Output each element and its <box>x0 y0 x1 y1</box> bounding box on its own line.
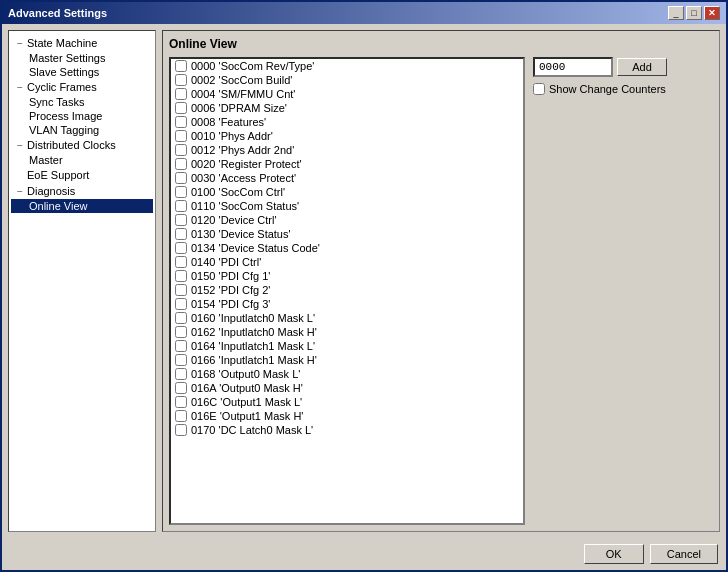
show-change-counters-checkbox[interactable] <box>533 83 545 95</box>
online-view-content: 0000 'SocCom Rev/Type'0002 'SocCom Build… <box>169 57 713 525</box>
checklist-checkbox[interactable] <box>175 256 187 268</box>
tree-item-diagnosis[interactable]: −Diagnosis <box>11 183 153 199</box>
checklist-item-label: 0150 'PDI Cfg 1' <box>191 270 270 282</box>
tree-item-slave-settings[interactable]: Slave Settings <box>11 65 153 79</box>
tree-item-label: Online View <box>29 200 88 212</box>
checklist-checkbox[interactable] <box>175 74 187 86</box>
checklist-item-label: 0010 'Phys Addr' <box>191 130 273 142</box>
checklist-checkbox[interactable] <box>175 60 187 72</box>
tree-expand-icon[interactable]: − <box>13 80 27 94</box>
checklist-item-label: 0110 'SocCom Status' <box>191 200 299 212</box>
checklist-checkbox[interactable] <box>175 242 187 254</box>
tree-item-online-view[interactable]: Online View <box>11 199 153 213</box>
checklist-item-label: 0162 'Inputlatch0 Mask H' <box>191 326 317 338</box>
checklist-checkbox[interactable] <box>175 102 187 114</box>
online-view-title: Online View <box>169 37 713 51</box>
checklist-checkbox[interactable] <box>175 354 187 366</box>
window-title: Advanced Settings <box>8 7 107 19</box>
hex-input[interactable] <box>533 57 613 77</box>
title-bar-buttons: _ □ ✕ <box>668 6 720 20</box>
add-button[interactable]: Add <box>617 58 667 76</box>
tree-item-master-settings[interactable]: Master Settings <box>11 51 153 65</box>
list-item: 0120 'Device Ctrl' <box>171 213 523 227</box>
tree-item-state-machine[interactable]: −State Machine <box>11 35 153 51</box>
checklist-checkbox[interactable] <box>175 130 187 142</box>
checklist-checkbox[interactable] <box>175 298 187 310</box>
tree-expand-icon[interactable]: − <box>13 36 27 50</box>
checklist-checkbox[interactable] <box>175 340 187 352</box>
checklist-item-label: 0134 'Device Status Code' <box>191 242 320 254</box>
tree-item-label: EoE Support <box>27 169 89 181</box>
checklist-item-label: 0166 'Inputlatch1 Mask H' <box>191 354 317 366</box>
checklist-checkbox[interactable] <box>175 200 187 212</box>
list-item: 0030 'Access Protect' <box>171 171 523 185</box>
checklist-item-label: 0008 'Features' <box>191 116 266 128</box>
list-item: 0160 'Inputlatch0 Mask L' <box>171 311 523 325</box>
list-item: 016A 'Output0 Mask H' <box>171 381 523 395</box>
list-item: 0164 'Inputlatch1 Mask L' <box>171 339 523 353</box>
checklist-checkbox[interactable] <box>175 186 187 198</box>
tree-item-sync-tasks[interactable]: Sync Tasks <box>11 95 153 109</box>
checklist-checkbox[interactable] <box>175 270 187 282</box>
tree-item-eoe-support[interactable]: EoE Support <box>11 167 153 183</box>
list-item: 0020 'Register Protect' <box>171 157 523 171</box>
tree-item-label: State Machine <box>27 37 97 49</box>
checklist-checkbox[interactable] <box>175 326 187 338</box>
checklist-item-label: 0154 'PDI Cfg 3' <box>191 298 270 310</box>
tree-expand-icon <box>13 168 27 182</box>
checklist-checkbox[interactable] <box>175 116 187 128</box>
title-bar: Advanced Settings _ □ ✕ <box>2 2 726 24</box>
tree-expand-icon[interactable]: − <box>13 184 27 198</box>
checklist-checkbox[interactable] <box>175 228 187 240</box>
show-change-counters-label: Show Change Counters <box>549 83 666 95</box>
checklist-item-label: 0000 'SocCom Rev/Type' <box>191 60 314 72</box>
tree-item-process-image[interactable]: Process Image <box>11 109 153 123</box>
list-item: 0100 'SocCom Ctrl' <box>171 185 523 199</box>
list-item: 016E 'Output1 Mask H' <box>171 409 523 423</box>
checklist-checkbox[interactable] <box>175 368 187 380</box>
checklist-checkbox[interactable] <box>175 158 187 170</box>
tree-item-master[interactable]: Master <box>11 153 153 167</box>
input-add-row: Add <box>533 57 713 77</box>
minimize-button[interactable]: _ <box>668 6 684 20</box>
tree-item-cyclic-frames[interactable]: −Cyclic Frames <box>11 79 153 95</box>
checklist-checkbox[interactable] <box>175 396 187 408</box>
checklist-checkbox[interactable] <box>175 88 187 100</box>
list-item: 0006 'DPRAM Size' <box>171 101 523 115</box>
checklist-checkbox[interactable] <box>175 214 187 226</box>
maximize-button[interactable]: □ <box>686 6 702 20</box>
show-change-counters-row: Show Change Counters <box>533 83 713 95</box>
checklist-item-label: 016C 'Output1 Mask L' <box>191 396 302 408</box>
checklist-item-label: 016E 'Output1 Mask H' <box>191 410 303 422</box>
close-button[interactable]: ✕ <box>704 6 720 20</box>
tree-item-label: Master <box>29 154 63 166</box>
list-item: 0140 'PDI Ctrl' <box>171 255 523 269</box>
checklist-item-label: 0152 'PDI Cfg 2' <box>191 284 270 296</box>
checklist-checkbox[interactable] <box>175 144 187 156</box>
checklist-item-label: 0170 'DC Latch0 Mask L' <box>191 424 313 436</box>
checklist-checkbox[interactable] <box>175 172 187 184</box>
content-area: −State MachineMaster SettingsSlave Setti… <box>2 24 726 538</box>
checklist-checkbox[interactable] <box>175 410 187 422</box>
checklist-item-label: 0100 'SocCom Ctrl' <box>191 186 285 198</box>
tree-item-distributed-clocks[interactable]: −Distributed Clocks <box>11 137 153 153</box>
cancel-button[interactable]: Cancel <box>650 544 718 564</box>
checklist-item-label: 0004 'SM/FMMU Cnt' <box>191 88 295 100</box>
list-item: 0170 'DC Latch0 Mask L' <box>171 423 523 437</box>
checklist-item-label: 0168 'Output0 Mask L' <box>191 368 300 380</box>
checklist-checkbox[interactable] <box>175 284 187 296</box>
checklist-checkbox[interactable] <box>175 424 187 436</box>
checklist-item-label: 0012 'Phys Addr 2nd' <box>191 144 294 156</box>
list-item: 0166 'Inputlatch1 Mask H' <box>171 353 523 367</box>
checklist-checkbox[interactable] <box>175 312 187 324</box>
bottom-bar: OK Cancel <box>2 538 726 570</box>
tree-item-label: Sync Tasks <box>29 96 84 108</box>
checklist-checkbox[interactable] <box>175 382 187 394</box>
ok-button[interactable]: OK <box>584 544 644 564</box>
checklist-item-label: 0160 'Inputlatch0 Mask L' <box>191 312 315 324</box>
tree-expand-icon[interactable]: − <box>13 138 27 152</box>
tree-item-vlan-tagging[interactable]: VLAN Tagging <box>11 123 153 137</box>
checklist-container[interactable]: 0000 'SocCom Rev/Type'0002 'SocCom Build… <box>169 57 525 525</box>
checklist-item-label: 0002 'SocCom Build' <box>191 74 292 86</box>
right-controls: Add Show Change Counters <box>533 57 713 525</box>
